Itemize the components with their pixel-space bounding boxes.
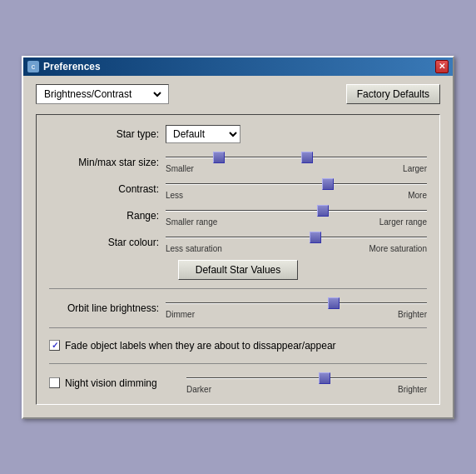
range-thumb[interactable] — [317, 205, 329, 217]
min-max-row: Min/max star size: Smaller Larger — [49, 152, 427, 173]
window-icon: c — [27, 61, 39, 72]
min-max-label: Min/max star size: — [49, 157, 166, 168]
star-colour-track — [166, 237, 427, 238]
orbit-labels: Dimmer Brighter — [166, 310, 427, 319]
orbit-row: Orbit line brightness: Dimmer Brighter — [49, 297, 427, 319]
contrast-thumb[interactable] — [322, 178, 334, 190]
range-left-label: Smaller range — [166, 217, 217, 227]
min-max-thumb-right[interactable] — [301, 152, 313, 163]
contrast-right-label: More — [408, 191, 427, 200]
top-bar: Brightness/Contrast Factory Defaults — [36, 84, 440, 104]
preferences-window: c Preferences ✕ Brightness/Contrast Fact… — [22, 56, 454, 419]
orbit-track — [166, 302, 427, 304]
factory-defaults-button[interactable]: Factory Defaults — [346, 84, 440, 104]
night-vision-left-label: Darker — [186, 385, 211, 394]
contrast-left-label: Less — [166, 191, 183, 200]
range-row: Range: Smaller range Larger range — [49, 205, 427, 227]
range-slider[interactable] — [166, 205, 427, 217]
close-button[interactable]: ✕ — [435, 60, 449, 73]
night-vision-thumb[interactable] — [319, 372, 330, 384]
range-labels: Smaller range Larger range — [166, 217, 427, 227]
contrast-content: Less More — [166, 178, 427, 200]
category-dropdown[interactable]: Brightness/Contrast — [36, 84, 169, 104]
range-content: Smaller range Larger range — [166, 205, 427, 227]
star-type-row: Star type: Default — [49, 125, 427, 143]
separator-3 — [49, 363, 427, 364]
orbit-right-label: Brighter — [398, 310, 427, 319]
star-colour-row: Star colour: Less saturation More satura… — [49, 232, 427, 253]
contrast-row: Contrast: Less More — [49, 178, 427, 200]
night-vision-right-label: Brighter — [398, 385, 427, 394]
star-colour-label: Star colour: — [49, 237, 166, 248]
range-track — [166, 210, 427, 212]
star-colour-left-label: Less saturation — [166, 244, 222, 253]
orbit-thumb[interactable] — [328, 297, 340, 309]
orbit-label: Orbit line brightness: — [49, 302, 166, 314]
night-vision-label: Night vision dimming — [65, 377, 157, 389]
night-vision-left: Night vision dimming — [49, 377, 186, 389]
min-max-track — [166, 157, 427, 158]
orbit-content: Dimmer Brighter — [166, 297, 427, 319]
min-max-right-label: Larger — [403, 164, 427, 173]
night-vision-row: Night vision dimming Darker Brighter — [49, 372, 427, 394]
contrast-labels: Less More — [166, 191, 427, 200]
star-colour-labels: Less saturation More saturation — [166, 244, 427, 253]
contrast-label: Contrast: — [49, 183, 166, 195]
star-type-label: Star type: — [49, 128, 166, 140]
night-vision-slider-wrap: Darker Brighter — [186, 372, 427, 394]
window-title: Preferences — [43, 61, 101, 72]
title-bar: c Preferences ✕ — [23, 57, 453, 76]
star-type-dropdown[interactable]: Default — [166, 125, 240, 143]
min-max-left-label: Smaller — [166, 164, 194, 173]
title-bar-left: c Preferences — [27, 61, 101, 72]
orbit-left-label: Dimmer — [166, 310, 195, 319]
night-vision-track — [186, 377, 427, 379]
range-right-label: Larger range — [379, 217, 427, 227]
night-vision-checkbox[interactable] — [49, 377, 60, 388]
settings-panel: Star type: Default Min/max star size: — [36, 114, 440, 405]
min-max-thumb-left[interactable] — [213, 152, 225, 163]
star-colour-right-label: More saturation — [369, 244, 427, 253]
star-colour-content: Less saturation More saturation — [166, 232, 427, 253]
orbit-slider[interactable] — [166, 297, 427, 309]
star-colour-thumb[interactable] — [310, 232, 321, 243]
default-star-values-button[interactable]: Default Star Values — [178, 260, 299, 280]
min-max-content: Smaller Larger — [166, 152, 427, 173]
range-label: Range: — [49, 210, 166, 222]
night-vision-slider[interactable] — [186, 372, 427, 384]
window-body: Brightness/Contrast Factory Defaults Sta… — [23, 76, 453, 417]
separator-2 — [49, 327, 427, 328]
star-type-select[interactable]: Default — [166, 125, 240, 143]
star-colour-slider[interactable] — [166, 232, 427, 243]
contrast-track — [166, 183, 427, 185]
min-max-slider[interactable] — [166, 152, 427, 163]
fade-checkbox-row: Fade object labels when they are about t… — [49, 337, 427, 355]
night-vision-labels: Darker Brighter — [186, 385, 427, 394]
separator-1 — [49, 288, 427, 289]
fade-checkbox-label: Fade object labels when they are about t… — [65, 340, 336, 352]
category-select[interactable]: Brightness/Contrast — [41, 87, 164, 101]
min-max-labels: Smaller Larger — [166, 164, 427, 173]
fade-checkbox[interactable] — [49, 340, 60, 351]
contrast-slider[interactable] — [166, 178, 427, 190]
